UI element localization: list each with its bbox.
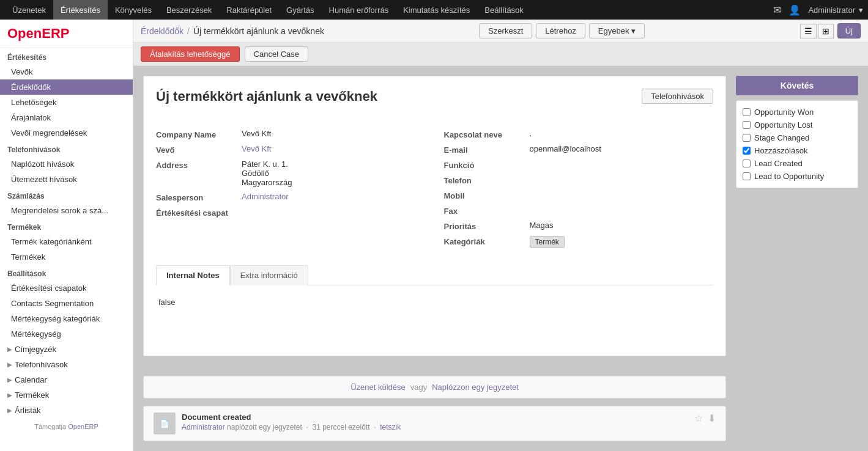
sidebar-item-utemezett[interactable]: Ütemezett hívások: [0, 172, 133, 187]
nav-konyv[interactable]: Könyvelés: [108, 0, 159, 20]
msg-title: Document created: [182, 413, 688, 422]
sidebar-item-megrendeles[interactable]: Megrendelési sorok a szá...: [0, 203, 133, 218]
support-text: Támogatja OpenERP: [0, 423, 133, 430]
nav-ertekesites[interactable]: Értékesítés: [53, 0, 108, 20]
sidebar-item-ert-csapatok[interactable]: Értékesítési csapatok: [0, 280, 133, 296]
field-address: Address Páter K. u. 1. Gödöllő Magyarors…: [156, 160, 426, 187]
follow-label-opp-lost[interactable]: Opportunity Lost: [754, 120, 812, 130]
field-kategoriak: Kategóriák Termék: [444, 236, 714, 248]
expand-icon: ▶: [7, 346, 12, 353]
nav-gyartas[interactable]: Gyártás: [279, 0, 322, 20]
follow-label-opp-won[interactable]: Opportunity Won: [754, 108, 814, 117]
follow-label-hozzaszolasok[interactable]: Hozzászólások: [754, 146, 807, 155]
sidebar-item-tel-expand[interactable]: ▶ Telefonhívások: [0, 357, 133, 372]
cancel-case-button[interactable]: Cancel Case: [245, 46, 308, 62]
follow-label-lead-created[interactable]: Lead Created: [754, 159, 803, 168]
sidebar-item-termek-expand[interactable]: ▶ Termékek: [0, 387, 133, 403]
chevron-down-icon: ▾: [859, 6, 863, 15]
section-beallitasok: Beállítások: [0, 265, 133, 280]
follow-label-stage-changed[interactable]: Stage Changed: [754, 133, 809, 142]
star-icon[interactable]: ☆: [694, 413, 703, 424]
nav-beszerz[interactable]: Beszerzések: [159, 0, 219, 20]
sidebar-item-termek-kat[interactable]: Termék kategóriánként: [0, 234, 133, 249]
msg-user-link[interactable]: Administrator: [182, 423, 225, 431]
chevron-down-icon: ▾: [631, 26, 636, 35]
follow-checkbox-lead-created[interactable]: [743, 160, 751, 167]
sidebar-item-termekek[interactable]: Termékek: [0, 249, 133, 265]
nav-items: Üzenetek Értékesítés Könyvelés Beszerzés…: [5, 0, 773, 20]
sidebar-item-arlistak[interactable]: ▶ Árlisták: [0, 403, 133, 418]
tab-extra-info[interactable]: Extra információ: [230, 265, 308, 285]
nav-uzenetek[interactable]: Üzenetek: [5, 0, 53, 20]
field-kapcsolat: Kapcsolat neve .: [444, 129, 714, 139]
sidebar-item-naplozott[interactable]: Naplózott hívások: [0, 156, 133, 172]
sidebar-item-cimjegyzek[interactable]: ▶ Címjegyzék: [0, 342, 133, 357]
user-icon[interactable]: 👤: [788, 4, 801, 16]
logo: OpenERP: [0, 20, 133, 48]
nav-raktar[interactable]: Raktárépület: [219, 0, 279, 20]
form-header: Új termékkört ajánlunk a vevőknek Telefo…: [156, 89, 713, 117]
section-telefonhivasok: Telefonhívások: [0, 141, 133, 156]
sidebar-item-contacts-seg[interactable]: Contacts Segmentation: [0, 296, 133, 311]
follow-checkbox-hozzaszolasok[interactable]: [743, 147, 751, 155]
follow-checkbox-lead-opp[interactable]: [743, 172, 751, 180]
uj-button[interactable]: Új: [837, 23, 861, 38]
form-card: Új termékkört ajánlunk a vevőknek Telefo…: [143, 76, 726, 356]
expand-icon: ▶: [7, 392, 12, 398]
breadcrumb: Érdeklődők / Új termékkört ajánlunk a ve…: [141, 26, 324, 36]
msg-body: Document created Administrator naplózott…: [182, 413, 688, 435]
msg-log-link[interactable]: Naplózzon egy jegyzetet: [432, 383, 519, 392]
follow-button[interactable]: Követés: [736, 76, 858, 95]
sidebar-item-vevok[interactable]: Vevők: [0, 64, 133, 79]
follow-checkbox-opp-lost[interactable]: [743, 121, 751, 129]
nav-kimutatas[interactable]: Kimutatás készítés: [396, 0, 477, 20]
download-icon[interactable]: ⬇: [708, 413, 716, 424]
salesperson-link[interactable]: Administrator: [242, 192, 289, 201]
section-termekek: Termékek: [0, 218, 133, 234]
follow-checkbox-stage-changed[interactable]: [743, 134, 751, 142]
toolbar-buttons: Szerkeszt Létrehoz Egyebek ▾: [479, 23, 645, 38]
vevo-link[interactable]: Vevő Kft: [242, 144, 271, 153]
field-ert-csapat: Értékesítési csapat: [156, 207, 426, 218]
follow-option-stage-changed: Stage Changed: [743, 131, 851, 144]
letrehoz-button[interactable]: Létrehoz: [536, 23, 585, 38]
follow-option-lead-created: Lead Created: [743, 157, 851, 170]
expand-icon: ▶: [7, 407, 12, 414]
atalakitas-button[interactable]: Átalakítás lehetőséggé: [141, 46, 240, 62]
nav-beallitasok[interactable]: Beállítások: [477, 0, 531, 20]
field-company-name: Company Name Vevő Kft: [156, 129, 426, 139]
tab-internal-notes[interactable]: Internal Notes: [156, 265, 230, 285]
avatar-icon: 📄: [160, 419, 169, 428]
main-layout: OpenERP Értékesítés Vevők Érdeklődők Leh…: [0, 20, 868, 451]
list-view-icon[interactable]: ☰: [800, 24, 817, 38]
msg-send-link[interactable]: Üzenet küldése: [351, 383, 406, 392]
sidebar: OpenERP Értékesítés Vevők Érdeklődők Leh…: [0, 20, 133, 451]
szerkeszt-button[interactable]: Szerkeszt: [479, 23, 532, 38]
telefonhivasok-button[interactable]: Telefonhívások: [642, 89, 713, 104]
sidebar-item-erdeklodok[interactable]: Érdeklődők: [0, 79, 133, 95]
breadcrumb-parent[interactable]: Érdeklődők: [141, 26, 184, 36]
nav-hr[interactable]: Humán erőforrás: [322, 0, 396, 20]
egyebek-button[interactable]: Egyebek ▾: [589, 23, 645, 38]
follow-option-opp-lost: Opportunity Lost: [743, 119, 851, 131]
sidebar-item-arajanlatok[interactable]: Árajánlatok: [0, 110, 133, 125]
field-funkcio: Funkció: [444, 160, 714, 170]
section-szamlazas: Számlázás: [0, 187, 133, 203]
breadcrumb-current: Új termékkört ajánlunk a vevőknek: [193, 26, 324, 36]
follow-checkbox-opp-won[interactable]: [743, 108, 751, 116]
card-view-icon[interactable]: ⊞: [818, 24, 834, 38]
mail-icon[interactable]: ✉: [773, 4, 781, 16]
field-salesperson: Salesperson Administrator: [156, 192, 426, 202]
msg-like-link[interactable]: tetszik: [380, 423, 401, 431]
tab-content: false: [156, 293, 713, 317]
sidebar-item-mertekegyseg[interactable]: Mértékegység: [0, 326, 133, 342]
sidebar-item-calendar[interactable]: ▶ Calendar: [0, 372, 133, 387]
admin-menu[interactable]: Administrator ▾: [808, 6, 863, 15]
follow-label-lead-opp[interactable]: Lead to Opportunity: [754, 172, 824, 181]
sidebar-item-vevoi-megrendel[interactable]: Vevői megrendelések: [0, 125, 133, 141]
sidebar-item-mert-kat[interactable]: Mértékegység kategóriák: [0, 311, 133, 326]
msg-avatar: 📄: [154, 413, 176, 435]
support-link[interactable]: OpenERP: [68, 423, 98, 430]
sidebar-item-lehetosegek[interactable]: Lehetőségek: [0, 95, 133, 110]
field-email: E-mail openmail@localhost: [444, 144, 714, 155]
